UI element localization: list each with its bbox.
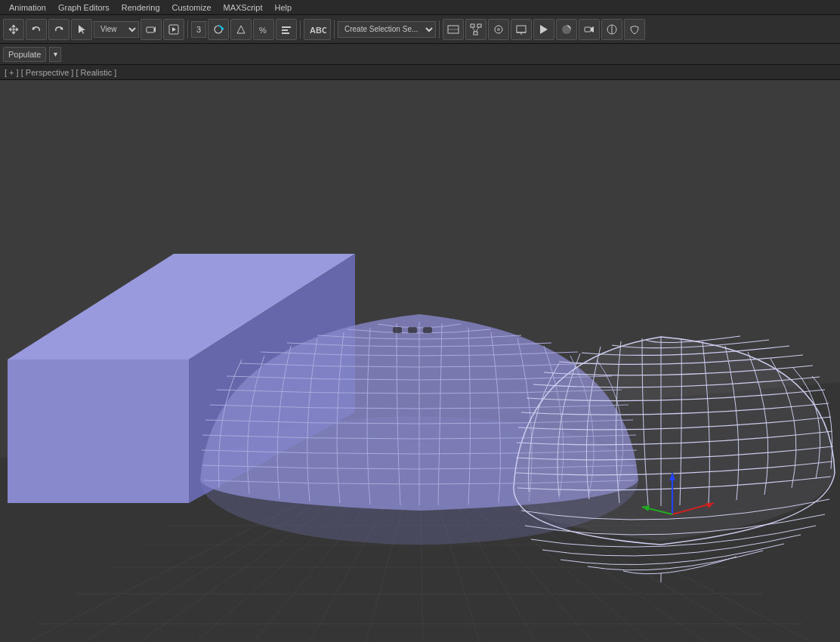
main-toolbar: View 3 % ABC Create Selection Se... — [0, 15, 840, 44]
percent-button[interactable]: % — [253, 19, 274, 40]
svg-rect-16 — [471, 24, 474, 27]
menu-help[interactable]: Help — [269, 2, 298, 14]
svg-rect-11 — [282, 29, 288, 31]
selection-set-dropdown[interactable]: Create Selection Se... — [338, 21, 436, 38]
render-frame-button[interactable] — [163, 19, 184, 40]
svg-marker-6 — [172, 27, 176, 32]
svg-rect-3 — [147, 27, 154, 32]
scene-svg — [0, 80, 840, 642]
active-shade-button[interactable] — [556, 19, 577, 40]
track-view-button[interactable] — [443, 19, 464, 40]
render-setup-button[interactable] — [511, 19, 532, 40]
view-select[interactable]: View — [94, 21, 139, 38]
svg-marker-26 — [540, 25, 548, 34]
undo-button[interactable] — [26, 19, 47, 40]
extra-button2[interactable] — [624, 19, 645, 40]
menu-bar: Animation Graph Editors Rendering Custom… — [0, 0, 840, 15]
extra-button1[interactable] — [601, 19, 622, 40]
svg-rect-10 — [282, 26, 291, 28]
viewport[interactable] — [0, 80, 840, 642]
viewport-info: [ + ] [ Perspective ] [ Realistic ] — [5, 68, 116, 77]
populate-dropdown-arrow[interactable]: ▼ — [49, 47, 61, 62]
viewport-label-bar: [ + ] [ Perspective ] [ Realistic ] — [0, 65, 840, 80]
schematic-view-button[interactable] — [465, 19, 486, 40]
select-button[interactable] — [71, 19, 92, 40]
scale-button[interactable] — [230, 19, 252, 40]
svg-rect-64 — [393, 327, 402, 333]
align-button[interactable] — [276, 19, 297, 40]
separator-3 — [334, 20, 335, 39]
svg-marker-8 — [222, 27, 224, 30]
menu-maxscript[interactable]: MAXScript — [218, 2, 269, 14]
svg-rect-66 — [423, 327, 432, 333]
svg-marker-60 — [8, 360, 189, 503]
text-button[interactable]: ABC — [304, 19, 331, 40]
svg-rect-23 — [517, 26, 526, 32]
separator-2 — [300, 20, 301, 39]
separator-1 — [187, 20, 188, 39]
move-button[interactable] — [3, 19, 24, 40]
redo-button[interactable] — [48, 19, 69, 40]
rotate-button[interactable] — [208, 19, 229, 40]
menu-customize[interactable]: Customize — [166, 2, 218, 14]
menu-rendering[interactable]: Rendering — [116, 2, 166, 14]
svg-text:%: % — [259, 26, 267, 35]
render-button[interactable] — [533, 19, 554, 40]
populate-toolbar: Populate ▼ — [0, 44, 840, 65]
svg-text:ABC: ABC — [310, 26, 326, 35]
populate-button[interactable]: Populate — [3, 47, 46, 62]
svg-rect-65 — [408, 327, 417, 333]
svg-marker-29 — [591, 26, 594, 32]
svg-point-22 — [497, 28, 500, 31]
svg-line-19 — [472, 27, 475, 32]
camera-button[interactable] — [141, 19, 162, 40]
svg-marker-2 — [79, 25, 85, 34]
svg-rect-18 — [474, 32, 477, 35]
svg-rect-17 — [477, 24, 481, 27]
separator-4 — [439, 20, 440, 39]
frame-number: 3 — [191, 21, 206, 38]
svg-rect-28 — [585, 27, 591, 32]
svg-rect-12 — [282, 32, 289, 34]
menu-animation[interactable]: Animation — [3, 2, 52, 14]
svg-line-20 — [476, 27, 479, 32]
material-editor-button[interactable] — [488, 19, 509, 40]
menu-graph-editors[interactable]: Graph Editors — [52, 2, 116, 14]
camera2-button[interactable] — [579, 19, 600, 40]
